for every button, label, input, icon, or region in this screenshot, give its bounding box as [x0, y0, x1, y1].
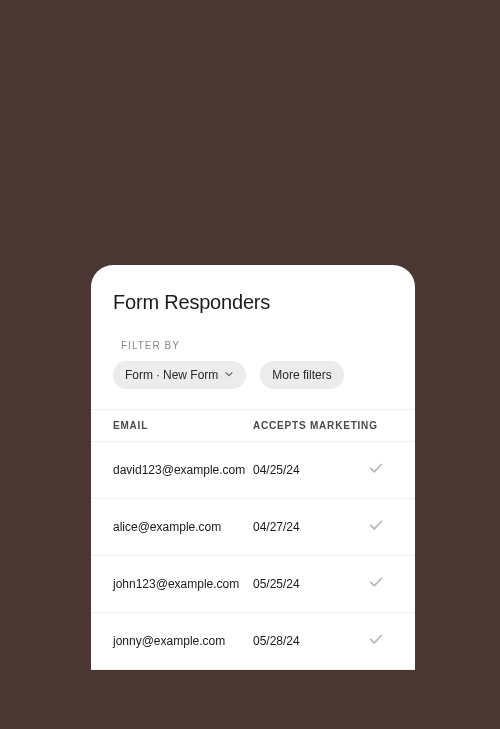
chevron-down-icon	[224, 368, 234, 382]
cell-accepts	[331, 518, 393, 536]
table-row: alice@example.com04/27/24	[91, 499, 415, 556]
cell-accepts	[331, 632, 393, 650]
more-filters-label: More filters	[272, 368, 331, 382]
table-row: david123@example.com04/25/24	[91, 442, 415, 499]
table-row: john123@example.com05/25/24	[91, 556, 415, 613]
column-header-email: EMAIL	[113, 420, 253, 431]
table-row: jonny@example.com05/28/24	[91, 613, 415, 670]
form-filter-label: Form · New Form	[125, 368, 218, 382]
cell-date: 05/28/24	[253, 634, 331, 648]
cell-accepts	[331, 575, 393, 593]
cell-email: david123@example.com	[113, 463, 253, 477]
cell-email: john123@example.com	[113, 577, 253, 591]
filter-section: FILTER BY Form · New Form More filters	[91, 340, 415, 389]
page-title: Form Responders	[91, 291, 415, 314]
cell-date: 05/25/24	[253, 577, 331, 591]
column-header-accepts: ACCEPTS MARKETING	[253, 420, 393, 431]
form-filter-chip[interactable]: Form · New Form	[113, 361, 246, 389]
cell-email: jonny@example.com	[113, 634, 253, 648]
check-icon	[369, 518, 383, 536]
more-filters-button[interactable]: More filters	[260, 361, 343, 389]
table-header: EMAIL ACCEPTS MARKETING	[91, 409, 415, 442]
check-icon	[369, 461, 383, 479]
filter-by-label: FILTER BY	[113, 340, 393, 351]
cell-accepts	[331, 461, 393, 479]
check-icon	[369, 575, 383, 593]
form-responders-card: Form Responders FILTER BY Form · New For…	[91, 265, 415, 670]
cell-date: 04/25/24	[253, 463, 331, 477]
filter-chips: Form · New Form More filters	[113, 361, 393, 389]
cell-date: 04/27/24	[253, 520, 331, 534]
cell-email: alice@example.com	[113, 520, 253, 534]
check-icon	[369, 632, 383, 650]
table-body: david123@example.com04/25/24alice@exampl…	[91, 442, 415, 670]
